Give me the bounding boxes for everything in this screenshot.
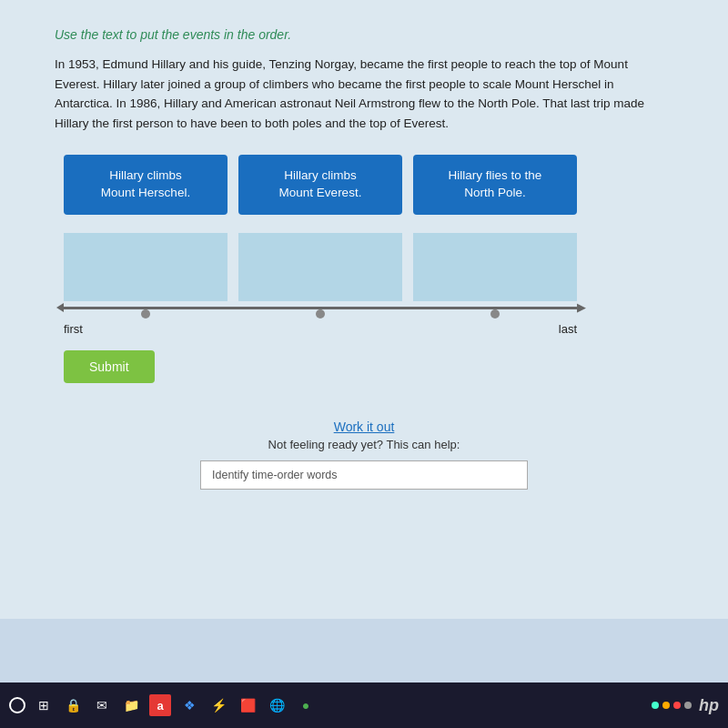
timeline-dot-2	[316, 309, 325, 318]
hp-logo: hp	[699, 696, 719, 715]
drag-cards-container: Hillary climbs Mount Herschel. Hillary c…	[55, 155, 673, 215]
help-box[interactable]: Identify time-order words	[200, 460, 528, 490]
card-northpole[interactable]: Hillary flies to the North Pole.	[413, 155, 577, 215]
drop-zone-1[interactable]	[64, 233, 228, 301]
card-everest[interactable]: Hillary climbs Mount Everest.	[238, 155, 402, 215]
first-label: first	[64, 322, 83, 336]
timeline-dot-3	[490, 309, 500, 318]
drop-zone-2[interactable]	[238, 233, 402, 301]
taskbar-dropbox-icon[interactable]: ❖	[178, 694, 200, 716]
dot-wrapper-1	[64, 309, 228, 318]
taskbar-red-icon[interactable]: 🟥	[237, 694, 258, 716]
status-dot-orange	[662, 702, 670, 709]
work-it-out-link[interactable]: Work it out	[55, 420, 673, 434]
submit-button[interactable]: Submit	[64, 350, 155, 383]
taskbar-grid-icon[interactable]: ⊞	[33, 694, 55, 716]
taskbar-browser-icon[interactable]: 🌐	[266, 694, 288, 716]
taskbar-folder-icon[interactable]: 📁	[120, 694, 142, 716]
card-herschel[interactable]: Hillary climbs Mount Herschel.	[64, 155, 228, 215]
dot-wrapper-3	[413, 309, 577, 318]
taskbar-chrome-icon[interactable]: ●	[295, 694, 317, 716]
taskbar-a-icon[interactable]: a	[149, 694, 171, 716]
last-label: last	[559, 322, 577, 336]
main-content: Use the text to put the events in the or…	[0, 0, 728, 619]
drop-zones	[55, 233, 673, 301]
taskbar-circle-icon[interactable]	[9, 697, 25, 713]
status-dot-green	[652, 702, 659, 709]
taskbar-right	[652, 702, 692, 709]
timeline-dots	[55, 309, 673, 318]
status-dot-gray	[684, 702, 692, 709]
not-ready-text: Not feeling ready yet? This can help:	[55, 438, 673, 451]
work-it-out-section: Work it out Not feeling ready yet? This …	[55, 420, 673, 490]
taskbar-lock-icon[interactable]: 🔒	[62, 694, 84, 716]
taskbar-mail-icon[interactable]: ✉	[91, 694, 113, 716]
dot-wrapper-2	[238, 309, 402, 318]
timeline-labels: first last	[55, 318, 586, 336]
status-dot-red	[673, 702, 681, 709]
taskbar: ⊞ 🔒 ✉ 📁 a ❖ ⚡ 🟥 🌐 ● hp	[0, 682, 728, 728]
passage: In 1953, Edmund Hillary and his guide, T…	[55, 55, 673, 133]
taskbar-bolt-icon[interactable]: ⚡	[207, 694, 229, 716]
drop-zone-3[interactable]	[413, 233, 577, 301]
help-item-text: Identify time-order words	[212, 469, 338, 481]
instruction: Use the text to put the events in the or…	[55, 27, 673, 42]
timeline-dot-1	[141, 309, 150, 318]
